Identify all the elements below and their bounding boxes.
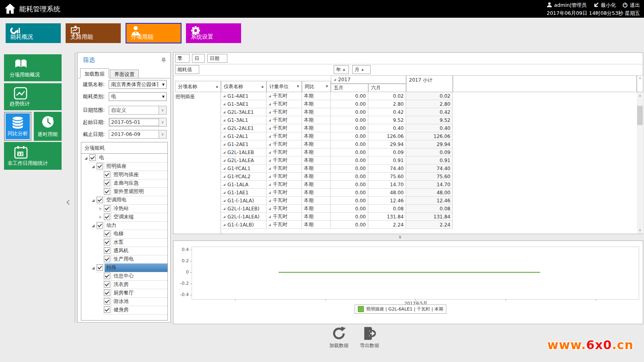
tree-node[interactable]: 水泵 <box>81 238 167 247</box>
total-value-cell[interactable]: 0.08 <box>406 205 453 213</box>
may-value-cell[interactable]: 0.00 <box>331 181 368 189</box>
unit-cell[interactable]: 千瓦时 <box>266 116 302 124</box>
checkbox[interactable] <box>104 298 110 304</box>
chip-year[interactable]: 年▲ <box>334 65 349 74</box>
june-value-cell[interactable]: 29.94 <box>368 140 406 148</box>
meter-cell[interactable]: G1-YCAL1 <box>221 165 266 173</box>
period-cell[interactable]: 本期 <box>302 148 331 156</box>
unit-cell[interactable]: 千瓦时 <box>266 205 302 213</box>
total-value-cell[interactable]: 2.24 <box>406 221 453 229</box>
header-yoy[interactable]: 同比▼ <box>302 81 331 92</box>
total-value-cell[interactable]: 75.60 <box>406 173 453 181</box>
unit-cell[interactable]: 千瓦时 <box>266 197 302 205</box>
period-cell[interactable]: 本期 <box>302 132 331 140</box>
checkbox[interactable] <box>104 214 110 220</box>
tree-expander-icon[interactable] <box>98 173 103 177</box>
chip-quarter[interactable]: 季 <box>175 54 190 63</box>
may-value-cell[interactable]: 0.00 <box>331 197 368 205</box>
tree-node[interactable]: 特殊 <box>81 263 167 272</box>
tree-node[interactable]: 电 <box>81 154 167 162</box>
june-value-cell[interactable]: 14.70 <box>368 181 406 189</box>
may-value-cell[interactable]: 0.00 <box>331 221 368 229</box>
tree-expander-icon[interactable] <box>98 240 103 245</box>
meter-cell[interactable]: G2L-1ALEB <box>221 148 266 156</box>
total-value-cell[interactable]: 0.42 <box>406 108 453 116</box>
panel-splitter[interactable] <box>74 52 76 323</box>
may-value-cell[interactable]: 0.00 <box>331 205 368 213</box>
unit-cell[interactable]: 千瓦时 <box>266 132 302 140</box>
period-cell[interactable]: 本期 <box>302 92 331 100</box>
load-data-button[interactable]: 加载数据 <box>323 325 355 350</box>
nav-itemized-energy-selected[interactable]: 分项用能 <box>126 23 181 43</box>
sidebar-item-itemized-overview[interactable]: 分项用能概况 <box>4 54 62 81</box>
tree-node[interactable]: 厨房餐厅 <box>81 289 167 297</box>
period-cell[interactable]: 本期 <box>302 173 331 181</box>
checkbox[interactable] <box>97 264 103 271</box>
meter-cell[interactable]: G1-2AL1 <box>221 132 266 140</box>
row-group-cell[interactable]: 照明插座 <box>173 92 221 234</box>
splitter-collapse-chevron[interactable]: ∨ <box>397 234 403 240</box>
scroll-up-icon[interactable]: ∧ <box>637 93 643 99</box>
header-item-name[interactable]: 分项名称▲ <box>175 81 221 92</box>
vertical-scrollbar[interactable]: ∧ ∨ <box>637 92 643 234</box>
total-value-cell[interactable]: 48.00 <box>406 189 453 197</box>
sidebar-item-nonworkday-statistics[interactable]: 12 非工作日用能统计 <box>4 142 62 170</box>
june-value-cell[interactable]: 2.24 <box>368 221 406 229</box>
tree-node-label[interactable]: 洗衣房 <box>111 280 167 289</box>
meter-cell[interactable]: G2L-2ALE1 <box>221 124 266 132</box>
june-value-cell[interactable]: 0.08 <box>368 205 406 213</box>
june-value-cell[interactable]: 48.00 <box>368 189 406 197</box>
period-cell[interactable]: 本期 <box>302 100 331 108</box>
may-value-cell[interactable]: 0.00 <box>331 92 368 100</box>
nav-system-settings[interactable]: 系统设置 <box>186 23 241 43</box>
may-value-cell[interactable]: 0.00 <box>331 140 368 148</box>
unit-cell[interactable]: 千瓦时 <box>266 181 302 189</box>
minimize-button[interactable]: 最小化 <box>593 2 616 9</box>
meter-cell[interactable]: G1-3AL1 <box>221 116 266 124</box>
june-value-cell[interactable]: 74.40 <box>368 165 406 173</box>
nav-branch-energy[interactable]: 支路用能 <box>66 23 121 43</box>
tree-node[interactable]: 照明插座 <box>81 162 167 171</box>
may-value-cell[interactable]: 0.00 <box>331 108 368 116</box>
header-unit[interactable]: 计量单位▼ <box>266 81 302 92</box>
unit-cell[interactable]: 千瓦时 <box>266 140 302 148</box>
nav-energy-overview[interactable]: 能耗概况 <box>6 23 61 43</box>
chip-date[interactable]: 日期 <box>207 54 227 63</box>
checkbox[interactable] <box>97 197 103 203</box>
energy-type-combo[interactable]: 电 ▼ <box>109 92 167 101</box>
tree-expander-icon[interactable] <box>98 206 103 211</box>
unit-cell[interactable]: 千瓦时 <box>266 100 302 108</box>
meter-cell[interactable]: G1-YCAL2 <box>221 173 266 181</box>
tree-node-label[interactable]: 游泳池 <box>111 297 167 306</box>
scroll-down-icon[interactable]: ∨ <box>637 227 643 233</box>
tree-node-label[interactable]: 水泵 <box>111 238 167 247</box>
total-value-cell[interactable]: 0.91 <box>406 156 453 165</box>
unit-cell[interactable]: 千瓦时 <box>266 189 302 197</box>
tree-node-label[interactable]: 电 <box>97 154 167 162</box>
period-cell[interactable]: 本期 <box>302 116 331 124</box>
building-name-combo[interactable]: 南京青奥体育公园体育馆 ▼ <box>109 80 167 89</box>
chip-day[interactable]: 日 <box>192 54 205 63</box>
tree-node-label[interactable]: 厨房餐厅 <box>111 289 167 297</box>
scrollbar-thumb[interactable] <box>637 106 643 125</box>
meter-cell[interactable]: G1-(-1ALA) <box>221 197 266 205</box>
may-value-cell[interactable]: 0.00 <box>331 132 368 140</box>
tree-node[interactable]: 洗衣房 <box>81 280 167 289</box>
dropdown-button[interactable]: ∨ <box>159 130 166 138</box>
tree-node[interactable]: 电梯 <box>81 230 167 238</box>
may-value-cell[interactable]: 0.00 <box>331 156 368 165</box>
tree-node-label[interactable]: 动力 <box>104 221 167 230</box>
start-date-input[interactable]: 2017-05-01 ∨ <box>109 118 167 127</box>
total-value-cell[interactable]: 12.46 <box>406 197 453 205</box>
tree-node-label[interactable]: 空调末端 <box>111 213 167 221</box>
unit-cell[interactable]: 千瓦时 <box>266 108 302 116</box>
header-year-group[interactable]: 2017 <box>331 75 406 84</box>
checkbox[interactable] <box>97 163 103 169</box>
tree-expander-icon[interactable] <box>98 299 103 304</box>
tree-node[interactable]: 动力 <box>81 221 167 230</box>
june-value-cell[interactable]: 75.60 <box>368 173 406 181</box>
checkbox[interactable] <box>104 290 110 296</box>
tree-node[interactable]: 室外景观照明 <box>81 187 167 196</box>
tree-node[interactable]: 健身房 <box>81 306 167 314</box>
meter-cell[interactable]: G2L-3ALE1 <box>221 108 266 116</box>
